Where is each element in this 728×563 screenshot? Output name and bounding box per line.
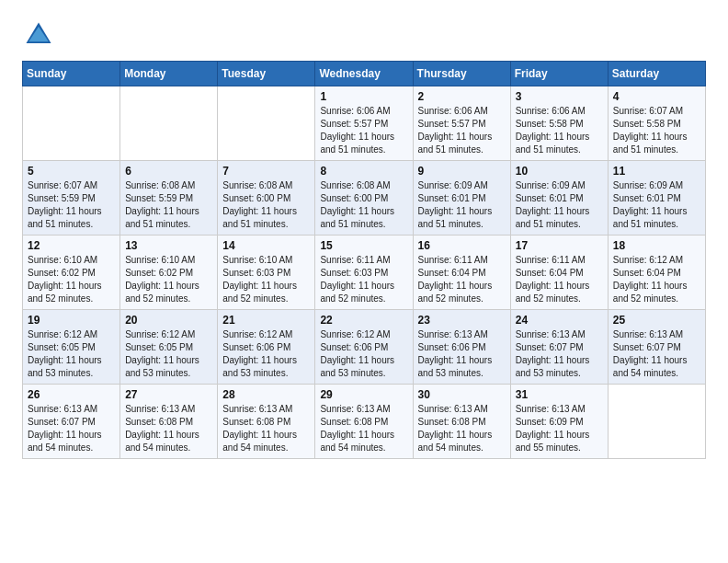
weekday-header-row: SundayMondayTuesdayWednesdayThursdayFrid… <box>23 62 706 86</box>
calendar-week-row: 26Sunrise: 6:13 AM Sunset: 6:07 PM Dayli… <box>23 385 706 459</box>
day-number: 20 <box>125 314 212 327</box>
calendar-cell <box>608 385 705 459</box>
day-number: 5 <box>28 165 115 178</box>
day-info: Sunrise: 6:12 AM Sunset: 6:05 PM Dayligh… <box>28 328 115 380</box>
day-number: 31 <box>516 388 603 401</box>
weekday-header: Sunday <box>23 62 120 86</box>
day-info: Sunrise: 6:10 AM Sunset: 6:03 PM Dayligh… <box>222 254 310 305</box>
day-number: 15 <box>320 239 407 252</box>
day-info: Sunrise: 6:13 AM Sunset: 6:07 PM Dayligh… <box>613 328 700 380</box>
calendar-cell: 19Sunrise: 6:12 AM Sunset: 6:05 PM Dayli… <box>23 310 120 385</box>
day-info: Sunrise: 6:13 AM Sunset: 6:08 PM Dayligh… <box>320 403 407 454</box>
day-info: Sunrise: 6:09 AM Sunset: 6:01 PM Dayligh… <box>613 179 700 231</box>
day-number: 3 <box>516 90 603 103</box>
day-number: 4 <box>613 90 700 103</box>
day-info: Sunrise: 6:13 AM Sunset: 6:08 PM Dayligh… <box>125 403 212 454</box>
day-info: Sunrise: 6:07 AM Sunset: 5:58 PM Dayligh… <box>613 105 700 156</box>
day-info: Sunrise: 6:13 AM Sunset: 6:07 PM Dayligh… <box>516 328 603 380</box>
day-number: 25 <box>613 314 700 327</box>
day-number: 26 <box>28 388 115 401</box>
day-info: Sunrise: 6:07 AM Sunset: 5:59 PM Dayligh… <box>28 179 115 231</box>
day-number: 6 <box>125 165 212 178</box>
day-info: Sunrise: 6:13 AM Sunset: 6:08 PM Dayligh… <box>222 403 310 454</box>
day-number: 8 <box>320 165 407 178</box>
day-number: 29 <box>320 388 407 401</box>
calendar-cell: 27Sunrise: 6:13 AM Sunset: 6:08 PM Dayli… <box>120 385 218 459</box>
day-number: 21 <box>222 314 310 327</box>
calendar-week-row: 5Sunrise: 6:07 AM Sunset: 5:59 PM Daylig… <box>23 161 706 236</box>
weekday-header: Thursday <box>413 62 510 86</box>
calendar-cell: 30Sunrise: 6:13 AM Sunset: 6:08 PM Dayli… <box>413 385 510 459</box>
calendar-cell: 17Sunrise: 6:11 AM Sunset: 6:04 PM Dayli… <box>510 236 608 310</box>
calendar-week-row: 19Sunrise: 6:12 AM Sunset: 6:05 PM Dayli… <box>23 310 706 385</box>
calendar-cell: 1Sunrise: 6:06 AM Sunset: 5:57 PM Daylig… <box>315 86 413 161</box>
calendar-cell: 5Sunrise: 6:07 AM Sunset: 5:59 PM Daylig… <box>23 161 120 236</box>
day-number: 1 <box>320 90 407 103</box>
calendar-cell: 7Sunrise: 6:08 AM Sunset: 6:00 PM Daylig… <box>218 161 315 236</box>
calendar-cell: 29Sunrise: 6:13 AM Sunset: 6:08 PM Dayli… <box>315 385 413 459</box>
day-number: 23 <box>418 314 506 327</box>
calendar-cell: 3Sunrise: 6:06 AM Sunset: 5:58 PM Daylig… <box>510 86 608 161</box>
day-info: Sunrise: 6:06 AM Sunset: 5:57 PM Dayligh… <box>320 105 407 156</box>
day-number: 24 <box>516 314 603 327</box>
day-number: 10 <box>516 165 603 178</box>
calendar-week-row: 1Sunrise: 6:06 AM Sunset: 5:57 PM Daylig… <box>23 86 706 161</box>
day-number: 14 <box>222 239 310 252</box>
calendar-week-row: 12Sunrise: 6:10 AM Sunset: 6:02 PM Dayli… <box>23 236 706 310</box>
day-info: Sunrise: 6:08 AM Sunset: 5:59 PM Dayligh… <box>125 179 212 231</box>
weekday-header: Saturday <box>608 62 705 86</box>
day-number: 19 <box>28 314 115 327</box>
weekday-header: Friday <box>510 62 608 86</box>
day-number: 16 <box>418 239 506 252</box>
day-info: Sunrise: 6:09 AM Sunset: 6:01 PM Dayligh… <box>516 179 603 231</box>
calendar-cell: 8Sunrise: 6:08 AM Sunset: 6:00 PM Daylig… <box>315 161 413 236</box>
day-number: 2 <box>418 90 506 103</box>
day-info: Sunrise: 6:08 AM Sunset: 6:00 PM Dayligh… <box>320 179 407 231</box>
day-info: Sunrise: 6:12 AM Sunset: 6:05 PM Dayligh… <box>125 328 212 380</box>
day-info: Sunrise: 6:11 AM Sunset: 6:04 PM Dayligh… <box>516 254 603 305</box>
header <box>22 18 706 52</box>
calendar-cell: 25Sunrise: 6:13 AM Sunset: 6:07 PM Dayli… <box>608 310 705 385</box>
calendar-cell <box>23 86 120 161</box>
day-info: Sunrise: 6:09 AM Sunset: 6:01 PM Dayligh… <box>418 179 506 231</box>
day-info: Sunrise: 6:13 AM Sunset: 6:09 PM Dayligh… <box>516 403 603 454</box>
calendar-cell: 13Sunrise: 6:10 AM Sunset: 6:02 PM Dayli… <box>120 236 218 310</box>
calendar-cell: 9Sunrise: 6:09 AM Sunset: 6:01 PM Daylig… <box>413 161 510 236</box>
day-info: Sunrise: 6:13 AM Sunset: 6:06 PM Dayligh… <box>418 328 506 380</box>
day-info: Sunrise: 6:10 AM Sunset: 6:02 PM Dayligh… <box>125 254 212 305</box>
calendar-cell: 28Sunrise: 6:13 AM Sunset: 6:08 PM Dayli… <box>218 385 315 459</box>
calendar-cell: 21Sunrise: 6:12 AM Sunset: 6:06 PM Dayli… <box>218 310 315 385</box>
calendar-cell: 31Sunrise: 6:13 AM Sunset: 6:09 PM Dayli… <box>510 385 608 459</box>
calendar-cell: 26Sunrise: 6:13 AM Sunset: 6:07 PM Dayli… <box>23 385 120 459</box>
weekday-header: Monday <box>120 62 218 86</box>
calendar-cell: 2Sunrise: 6:06 AM Sunset: 5:57 PM Daylig… <box>413 86 510 161</box>
calendar-cell: 14Sunrise: 6:10 AM Sunset: 6:03 PM Dayli… <box>218 236 315 310</box>
calendar-cell <box>120 86 218 161</box>
weekday-header: Wednesday <box>315 62 413 86</box>
day-number: 13 <box>125 239 212 252</box>
calendar-cell: 18Sunrise: 6:12 AM Sunset: 6:04 PM Dayli… <box>608 236 705 310</box>
day-number: 9 <box>418 165 506 178</box>
day-info: Sunrise: 6:10 AM Sunset: 6:02 PM Dayligh… <box>28 254 115 305</box>
calendar-cell: 23Sunrise: 6:13 AM Sunset: 6:06 PM Dayli… <box>413 310 510 385</box>
calendar-cell <box>218 86 315 161</box>
calendar-cell: 4Sunrise: 6:07 AM Sunset: 5:58 PM Daylig… <box>608 86 705 161</box>
calendar-cell: 10Sunrise: 6:09 AM Sunset: 6:01 PM Dayli… <box>510 161 608 236</box>
day-info: Sunrise: 6:06 AM Sunset: 5:57 PM Dayligh… <box>418 105 506 156</box>
weekday-header: Tuesday <box>218 62 315 86</box>
day-number: 22 <box>320 314 407 327</box>
logo <box>22 18 59 52</box>
logo-icon <box>22 18 55 52</box>
day-number: 17 <box>516 239 603 252</box>
day-info: Sunrise: 6:12 AM Sunset: 6:06 PM Dayligh… <box>320 328 407 380</box>
day-number: 27 <box>125 388 212 401</box>
day-info: Sunrise: 6:12 AM Sunset: 6:06 PM Dayligh… <box>222 328 310 380</box>
day-info: Sunrise: 6:11 AM Sunset: 6:04 PM Dayligh… <box>418 254 506 305</box>
day-number: 12 <box>28 239 115 252</box>
day-number: 30 <box>418 388 506 401</box>
calendar-cell: 15Sunrise: 6:11 AM Sunset: 6:03 PM Dayli… <box>315 236 413 310</box>
day-info: Sunrise: 6:13 AM Sunset: 6:08 PM Dayligh… <box>418 403 506 454</box>
calendar-cell: 24Sunrise: 6:13 AM Sunset: 6:07 PM Dayli… <box>510 310 608 385</box>
day-info: Sunrise: 6:13 AM Sunset: 6:07 PM Dayligh… <box>28 403 115 454</box>
calendar-cell: 12Sunrise: 6:10 AM Sunset: 6:02 PM Dayli… <box>23 236 120 310</box>
